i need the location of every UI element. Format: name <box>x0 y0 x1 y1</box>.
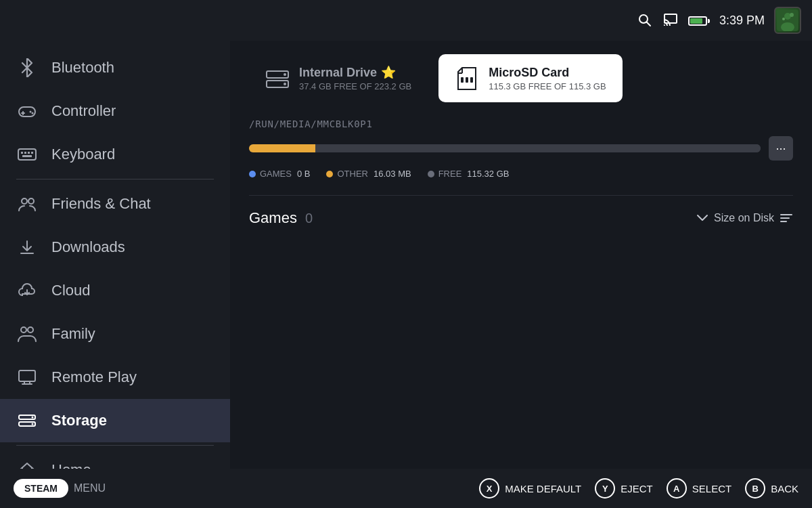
svg-rect-17 <box>31 152 33 154</box>
svg-point-19 <box>22 198 27 204</box>
sort-lines-icon <box>780 213 793 224</box>
svg-point-6 <box>782 18 785 20</box>
sidebar: Bluetooth Controller <box>0 41 230 508</box>
games-legend-label: GAMES <box>260 169 292 179</box>
sidebar-item-controller[interactable]: Controller <box>0 89 230 133</box>
svg-rect-8 <box>19 107 35 117</box>
svg-rect-18 <box>22 155 32 157</box>
svg-point-34 <box>284 73 286 76</box>
controller-icon <box>16 100 38 122</box>
internal-drive-info: Internal Drive ⭐ 37.4 GB FREE OF 223.2 G… <box>299 65 411 91</box>
free-legend-value: 115.32 GB <box>467 169 509 179</box>
top-bar: 3:39 PM <box>0 0 812 41</box>
legend-free: FREE 115.32 GB <box>428 169 510 179</box>
svg-line-1 <box>646 22 650 26</box>
free-bar-segment <box>315 144 761 152</box>
top-bar-icons: 3:39 PM <box>637 7 801 34</box>
downloads-icon <box>16 236 38 258</box>
steam-button[interactable]: STEAM <box>14 479 68 498</box>
cloud-icon <box>16 280 38 301</box>
svg-point-35 <box>284 83 286 85</box>
games-header: Games 0 Size on Disk <box>249 195 793 227</box>
family-icon <box>16 323 38 345</box>
keyboard-icon <box>16 144 38 165</box>
other-dot <box>326 171 333 177</box>
games-dot <box>249 171 256 177</box>
svg-rect-2 <box>664 14 677 23</box>
games-section-title: Games <box>249 209 297 227</box>
battery-icon <box>688 14 710 26</box>
bottom-bar: STEAM MENU X MAKE DEFAULT Y EJECT A SELE… <box>0 469 812 508</box>
main-layout: Bluetooth Controller <box>0 0 812 508</box>
sidebar-item-downloads[interactable]: Downloads <box>0 226 230 269</box>
microsd-name: MicroSD Card <box>489 66 606 80</box>
internal-drive-icon <box>265 66 290 91</box>
action-make-default[interactable]: X MAKE DEFAULT <box>479 478 581 499</box>
svg-rect-24 <box>19 371 35 381</box>
chevron-down-icon <box>696 214 708 222</box>
svg-point-22 <box>21 327 26 333</box>
sidebar-item-bluetooth[interactable]: Bluetooth <box>0 46 230 89</box>
main-content: Internal Drive ⭐ 37.4 GB FREE OF 223.2 G… <box>230 41 812 508</box>
sidebar-item-friends[interactable]: Friends & Chat <box>0 182 230 226</box>
games-legend-value: 0 B <box>297 169 311 179</box>
internal-drive-card[interactable]: Internal Drive ⭐ 37.4 GB FREE OF 223.2 G… <box>249 54 428 102</box>
bluetooth-icon <box>16 57 38 79</box>
legend-games: GAMES 0 B <box>249 169 310 179</box>
internal-drive-space: 37.4 GB FREE OF 223.2 GB <box>299 81 411 91</box>
svg-point-11 <box>30 111 32 113</box>
svg-point-31 <box>32 423 34 425</box>
storage-more-button[interactable]: ··· <box>769 136 793 161</box>
friends-icon <box>16 193 38 215</box>
sidebar-item-family[interactable]: Family <box>0 312 230 356</box>
storage-legend: GAMES 0 B OTHER 16.03 MB FREE 115.32 GB <box>249 169 793 179</box>
sidebar-item-remoteplay[interactable]: Remote Play <box>0 356 230 399</box>
microsd-info: MicroSD Card 115.3 GB FREE OF 115.3 GB <box>489 66 606 91</box>
svg-rect-38 <box>461 77 464 83</box>
drive-cards: Internal Drive ⭐ 37.4 GB FREE OF 223.2 G… <box>249 54 793 102</box>
menu-label: MENU <box>74 482 106 494</box>
free-legend-label: FREE <box>438 169 462 179</box>
sort-label: Size on Disk <box>714 212 774 224</box>
svg-rect-14 <box>21 152 23 154</box>
free-dot <box>428 171 434 177</box>
svg-rect-15 <box>24 152 26 154</box>
microsd-card[interactable]: MicroSD Card 115.3 GB FREE OF 115.3 GB <box>438 54 622 102</box>
internal-drive-name: Internal Drive ⭐ <box>299 65 411 80</box>
remoteplay-icon <box>16 366 38 388</box>
user-avatar[interactable] <box>774 7 801 34</box>
clock: 3:39 PM <box>719 14 765 28</box>
other-legend-value: 16.03 MB <box>374 169 411 179</box>
cast-icon[interactable] <box>662 12 679 28</box>
svg-rect-13 <box>18 149 36 160</box>
other-bar-segment <box>249 144 315 152</box>
search-icon[interactable] <box>637 12 653 28</box>
sidebar-divider-2 <box>16 445 214 446</box>
svg-point-23 <box>28 327 33 333</box>
svg-point-20 <box>28 198 34 204</box>
internal-drive-star: ⭐ <box>381 65 396 80</box>
sidebar-item-cloud[interactable]: Cloud <box>0 269 230 312</box>
svg-point-12 <box>32 112 34 114</box>
sidebar-item-keyboard[interactable]: Keyboard <box>0 133 230 176</box>
action-eject[interactable]: Y EJECT <box>595 478 653 499</box>
microsd-space: 115.3 GB FREE OF 115.3 GB <box>489 81 606 91</box>
svg-point-30 <box>32 417 34 419</box>
other-legend-label: OTHER <box>337 169 368 179</box>
legend-other: OTHER 16.03 MB <box>326 169 411 179</box>
bottom-actions: X MAKE DEFAULT Y EJECT A SELECT B BACK <box>479 478 798 499</box>
storage-bar <box>249 144 761 152</box>
storage-bar-container: ··· <box>249 136 793 161</box>
svg-point-7 <box>790 13 794 17</box>
storage-icon <box>16 410 38 431</box>
sidebar-item-storage[interactable]: Storage <box>0 399 230 442</box>
y-button: Y <box>595 478 615 499</box>
games-sort-button[interactable]: Size on Disk <box>696 212 793 224</box>
action-select[interactable]: A SELECT <box>667 478 731 499</box>
games-count: 0 <box>305 211 313 226</box>
svg-rect-39 <box>466 77 468 83</box>
svg-rect-16 <box>28 152 30 154</box>
x-button: X <box>479 478 499 499</box>
action-back[interactable]: B BACK <box>745 478 798 499</box>
storage-path: /RUN/MEDIA/MMCBLK0P1 <box>249 119 793 129</box>
